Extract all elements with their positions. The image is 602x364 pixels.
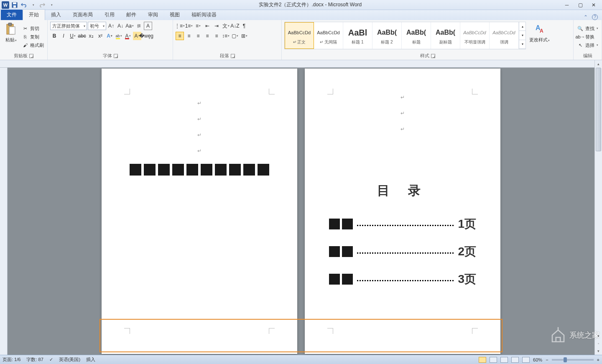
paragraph-launcher[interactable] [231, 54, 235, 58]
font-size-combo[interactable]: 初号 [88, 22, 106, 30]
tab-insert[interactable]: 插入 [45, 10, 67, 20]
find-button[interactable]: 🔍查找 [576, 25, 599, 32]
ribbon: 粘贴 ✂剪切 ⎘复制 🖌格式刷 剪贴板 方正胖娃简体 初号 A↑ A↓ Aa 拼… [0, 20, 602, 60]
group-font: 方正胖娃简体 初号 A↑ A↓ Aa 拼 A B I U abc x₂ x² A… [48, 20, 173, 60]
style-heading1[interactable]: AaBl标题 1 [343, 22, 372, 49]
asian-layout-button[interactable]: 文 [222, 22, 230, 30]
replace-button[interactable]: ab→替换 [576, 33, 599, 41]
svg-rect-4 [8, 23, 12, 25]
copy-button[interactable]: ⎘复制 [21, 33, 45, 41]
group-paragraph: ⋮≡ 1≡ ≡ ⇤ ⇥ 文 A↓Z ¶ ≡ ≡ ≡ ≡ ≡ ↕≡ ▢ ⊞ 段落 [173, 20, 282, 60]
subscript-button[interactable]: x₂ [87, 32, 95, 40]
quick-access-toolbar: W [0, 1, 57, 9]
redo-icon[interactable] [38, 1, 46, 9]
svg-rect-2 [13, 5, 16, 8]
help-icon[interactable]: ? [592, 14, 598, 20]
maximize-button[interactable]: ▢ [577, 2, 584, 8]
font-name-combo[interactable]: 方正胖娃简体 [50, 22, 87, 30]
justify-button[interactable]: ≡ [203, 32, 212, 40]
replace-icon: ab→ [577, 33, 584, 40]
title-bar: W 实验文件2（正式文件）.docx - Microsoft Word ─ ▢ … [0, 0, 602, 10]
style-heading2[interactable]: AaBb(标题 2 [372, 22, 402, 49]
line-spacing-button[interactable]: ↕≡ [222, 32, 230, 40]
shading-button[interactable]: ▢ [231, 32, 239, 40]
phonetic-guide-button[interactable]: 拼 [135, 22, 143, 30]
tab-mailings[interactable]: 邮件 [120, 10, 142, 20]
paste-button[interactable]: 粘贴 [3, 22, 19, 52]
char-border-button[interactable]: A [144, 22, 152, 30]
tab-file[interactable]: 文件 [1, 10, 23, 20]
tab-review[interactable]: 审阅 [142, 10, 164, 20]
clipboard-launcher[interactable] [29, 54, 33, 58]
cut-button[interactable]: ✂剪切 [21, 25, 45, 32]
superscript-button[interactable]: x² [96, 32, 105, 40]
qat-customize-icon[interactable] [48, 1, 55, 9]
distribute-button[interactable]: ≡ [212, 32, 221, 40]
style-subtle-emphasis[interactable]: AaBbCcDd不明显强调 [460, 22, 490, 49]
align-right-button[interactable]: ≡ [194, 32, 202, 40]
close-button[interactable]: ✕ [590, 2, 597, 8]
cut-icon: ✂ [22, 25, 28, 32]
change-styles-button[interactable]: AA 更改样式 [528, 22, 551, 52]
styles-launcher[interactable] [431, 54, 435, 58]
select-button[interactable]: ↖选择 [576, 41, 599, 49]
strikethrough-button[interactable]: abc [78, 32, 86, 40]
group-styles: AaBbCcDd↵ 正文 AaBbCcDd↵ 无间隔 AaBl标题 1 AaBb… [282, 20, 574, 60]
tab-home[interactable]: 开始 [23, 9, 45, 20]
paste-icon [4, 23, 18, 36]
align-left-button[interactable]: ≡ [176, 32, 184, 40]
svg-rect-1 [13, 3, 16, 4]
tab-layout[interactable]: 页面布局 [67, 10, 99, 20]
style-normal[interactable]: AaBbCcDd↵ 正文 [285, 22, 314, 49]
copy-icon: ⎘ [22, 33, 28, 40]
style-subtitle[interactable]: AaBb(副标题 [431, 22, 460, 49]
undo-dropdown-icon[interactable] [29, 1, 37, 9]
format-painter-button[interactable]: 🖌格式刷 [21, 41, 45, 49]
minimize-button[interactable]: ─ [564, 2, 570, 8]
brush-icon: 🖌 [22, 42, 28, 48]
bold-button[interactable]: B [50, 32, 59, 40]
style-title[interactable]: AaBb(标题 [402, 22, 431, 49]
styles-gallery-more[interactable]: ▴▾▾ [519, 22, 525, 49]
window-controls: ─ ▢ ✕ [564, 2, 602, 8]
word-app-icon[interactable]: W [2, 1, 9, 9]
select-icon: ↖ [577, 42, 584, 48]
italic-button[interactable]: I [59, 32, 68, 40]
show-marks-button[interactable]: ¶ [240, 22, 248, 30]
minimize-ribbon-icon[interactable]: ⌃ [584, 14, 588, 20]
find-icon: 🔍 [577, 25, 584, 32]
sort-button[interactable]: A↓Z [231, 22, 239, 30]
tab-view[interactable]: 视图 [164, 10, 186, 20]
font-launcher[interactable] [114, 54, 118, 58]
window-title: 实验文件2（正式文件）.docx - Microsoft Word [57, 1, 564, 8]
increase-indent-button[interactable]: ⇥ [212, 22, 221, 30]
change-styles-icon: AA [533, 23, 546, 36]
text-effects-button[interactable]: A [105, 32, 114, 40]
undo-icon[interactable] [20, 1, 28, 9]
ribbon-tabs: 文件 开始 插入 页面布局 引用 邮件 审阅 视图 福昕阅读器 ⌃ ? [0, 10, 602, 20]
tab-foxit[interactable]: 福昕阅读器 [186, 10, 222, 20]
highlight-button[interactable]: ab [115, 32, 123, 40]
style-nospacing[interactable]: AaBbCcDd↵ 无间隔 [314, 22, 343, 49]
svg-rect-5 [9, 27, 15, 34]
borders-button[interactable]: ⊞ [240, 32, 248, 40]
save-icon[interactable] [11, 1, 18, 9]
group-editing: 🔍查找 ab→替换 ↖选择 编辑 [574, 20, 602, 60]
style-emphasis[interactable]: AaBbCcDd强调 [490, 22, 519, 49]
grow-font-button[interactable]: A↑ [107, 22, 115, 30]
enclose-char-button[interactable]: �węg [142, 32, 150, 40]
decrease-indent-button[interactable]: ⇤ [203, 22, 212, 30]
align-center-button[interactable]: ≡ [185, 32, 193, 40]
shrink-font-button[interactable]: A↓ [116, 22, 125, 30]
svg-text:A: A [540, 28, 543, 34]
font-color-button[interactable]: A [124, 32, 132, 40]
bullets-button[interactable]: ⋮≡ [176, 22, 184, 30]
underline-button[interactable]: U [69, 32, 77, 40]
group-clipboard: 粘贴 ✂剪切 ⎘复制 🖌格式刷 剪贴板 [0, 20, 48, 60]
multilevel-button[interactable]: ≡ [194, 22, 202, 30]
numbering-button[interactable]: 1≡ [185, 22, 193, 30]
tab-references[interactable]: 引用 [99, 10, 120, 20]
styles-gallery: AaBbCcDd↵ 正文 AaBbCcDd↵ 无间隔 AaBl标题 1 AaBb… [284, 22, 526, 49]
change-case-button[interactable]: Aa [125, 22, 134, 30]
